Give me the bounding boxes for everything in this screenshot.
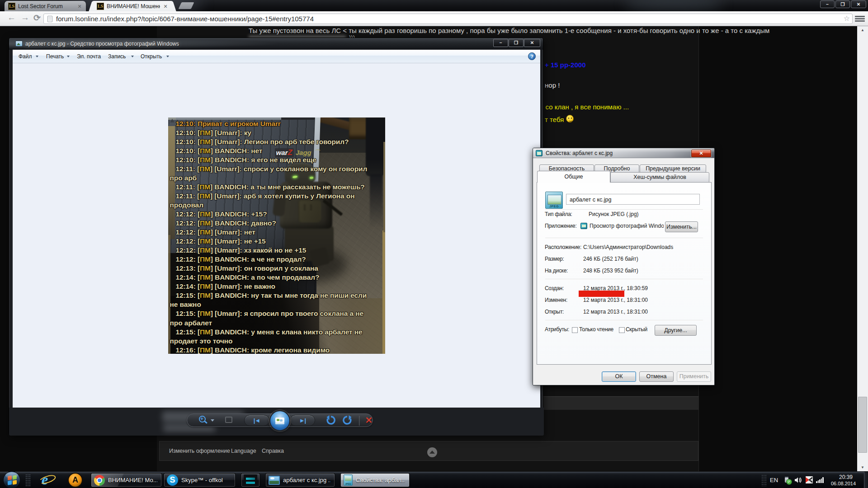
taskbar-button-label: арбалет с кс.jpg ... [283,477,330,483]
forward-icon[interactable]: → [21,13,29,23]
chat-line: 12:15: [ПМ] [Umarr]: я спросил про твоег… [168,309,385,318]
menu-email[interactable]: Эл. почта [77,53,101,60]
scroll-to-top-button[interactable] [427,447,437,457]
menu-print[interactable]: Печать [46,53,64,60]
tab-title: Lost Sector Forum [18,3,74,9]
footer-link-language[interactable]: Language [231,448,256,454]
separator [545,279,703,279]
modified-label: Изменен: [545,297,567,303]
game-icon [244,474,257,486]
size-label: Размер: [545,256,564,262]
viewer-minimize-button[interactable]: – [493,39,508,47]
watermark-z: Z [288,148,292,157]
viewer-close-button[interactable]: ✕ [524,39,540,47]
tab-lost-sector-forum[interactable]: LS Lost Sector Forum ✕ [5,1,86,11]
opened-value: 12 марта 2013 г., 18:31:00 [583,309,648,315]
scrollbar-up-icon[interactable]: ▲ [857,26,868,34]
dialog-general-pane: арбалет с кс.jpg Тип файла: Рисунок JPEG… [537,182,712,365]
internet-explorer-icon[interactable]: e [40,473,56,488]
apply-button[interactable]: Применить [677,371,711,382]
taskbar-photo-viewer-button[interactable]: арбалет с кс.jpg ... [265,473,335,487]
disk-value: 248 КБ (253 952 байт) [583,267,638,274]
hidden-checkbox[interactable] [619,327,625,333]
slideshow-button[interactable] [269,410,290,431]
chat-line: 12:10: [ПМ] [Umarr]: Легион про арб тебе… [168,137,385,146]
aimp-icon[interactable] [68,473,83,488]
footer-link-help[interactable]: Справка [262,448,284,454]
taskbar-game-button[interactable] [241,473,260,487]
chrome-menu-icon[interactable] [855,16,865,22]
tab-general[interactable]: Общие [537,171,610,183]
page-icon [47,16,52,22]
browser-scrollbar[interactable]: ▲ ▼ [857,26,868,471]
back-icon[interactable]: ← [7,13,16,23]
menu-burn[interactable]: Запись [108,53,126,60]
volume-icon[interactable] [794,476,802,484]
tab-close-icon[interactable]: ✕ [77,4,82,9]
taskbar: e ВНИМАНИЕ! Мо... S Skype™ - offkol арба… [0,471,868,488]
taskbar-properties-button[interactable]: Свойства: арбал... [340,473,410,487]
chrome-icon [94,475,105,486]
viewer-maximize-button[interactable]: ❐ [509,39,524,47]
tab-vnimanie-moshennik[interactable]: LS ВНИМАНИЕ! Мошенник ✕ [93,1,172,11]
windows-flag-icon [8,475,12,480]
chat-line: 12:12: [ПМ] BANDICH: +15? [168,210,385,219]
window-close-button[interactable]: ✕ [851,0,866,8]
forum-link[interactable]: + 15 pp-2000 [545,61,585,69]
properties-dialog: Свойства: арбалет с кс.jpg ✕ Безопасност… [533,148,715,385]
delete-icon[interactable]: ✕ [363,414,375,426]
tab-hash-sums[interactable]: Хеш-суммы файлов [610,172,709,183]
language-indicator[interactable]: EN [770,477,778,483]
chat-line: 12:10: Приват с игроком Umarr [168,119,385,128]
watermark-swoosh: ⌒ [313,149,320,156]
taskbar-button-label: ВНИМАНИЕ! Мо... [108,477,157,483]
rotate-counterclockwise-icon[interactable] [326,415,336,426]
previous-image-button[interactable]: |◄ [244,415,269,426]
start-button[interactable] [3,471,20,488]
scrollbar-thumb[interactable] [858,397,867,453]
zoom-icon[interactable] [199,416,206,422]
windows-flag-icon [13,475,17,479]
window-minimize-button[interactable]: – [820,0,835,8]
menu-file[interactable]: Файл [19,53,32,60]
fit-to-window-icon[interactable] [225,417,232,423]
viewer-titlebar[interactable]: арбалет с кс.jpg - Средство просмотра фо… [9,38,543,50]
windows-flag-icon [8,480,12,485]
address-bar[interactable]: forum.lsonline.ru/index.php?/topic/6067-… [43,14,853,24]
bookmark-star-icon[interactable]: ☆ [844,15,850,22]
chat-line: 12:14: [ПМ] [Umarr]: не важно [168,282,385,291]
separator [545,238,703,238]
other-attributes-button[interactable]: Другие... [655,325,697,336]
chevron-down-icon[interactable] [211,419,214,422]
readonly-checkbox[interactable] [572,327,578,333]
forum-post-fragment-yellow: т тебя [545,116,564,123]
usb-eject-icon[interactable] [783,476,791,484]
change-app-button[interactable]: Изменить... [665,221,698,232]
dialog-close-button[interactable]: ✕ [691,150,711,157]
reload-icon[interactable]: ⟳ [33,13,41,23]
help-icon[interactable]: ? [528,52,536,60]
ok-button[interactable]: ОК [602,371,636,382]
taskbar-chrome-button[interactable]: ВНИМАНИЕ! Мо... [91,473,162,487]
scrollbar-down-icon[interactable]: ▼ [857,464,868,471]
clock-time[interactable]: 20:39 [839,474,853,480]
network-icon[interactable] [816,477,824,483]
footer-link-theme[interactable]: Изменить оформление [169,448,230,454]
cancel-button[interactable]: Отмена [639,371,674,382]
menu-open[interactable]: Открыть [141,53,162,60]
show-desktop-button[interactable] [864,472,868,488]
opened-label: Открыт: [545,309,564,315]
app-value: Просмотр фотографий Windows [590,223,664,229]
rotate-clockwise-icon[interactable] [342,415,353,426]
dialog-titlebar[interactable]: Свойства: арбалет с кс.jpg ✕ [533,148,714,158]
window-restore-button[interactable]: ❐ [835,0,850,8]
kaspersky-icon[interactable] [806,476,813,483]
viewer-canvas: 12:10: Приват с игроком Umarr12:10: [ПМ]… [13,63,540,408]
taskbar-skype-button[interactable]: S Skype™ - offkol [164,473,236,487]
ls-favicon: LS [97,3,104,10]
tab-close-icon[interactable]: ✕ [163,4,168,9]
tab-previous-versions[interactable]: Предыдущие версии [640,164,706,173]
filename-input[interactable]: арбалет с кс.jpg [566,194,700,205]
next-image-button[interactable]: ►| [290,415,315,426]
clock-date[interactable]: 06.08.2014 [831,481,856,486]
